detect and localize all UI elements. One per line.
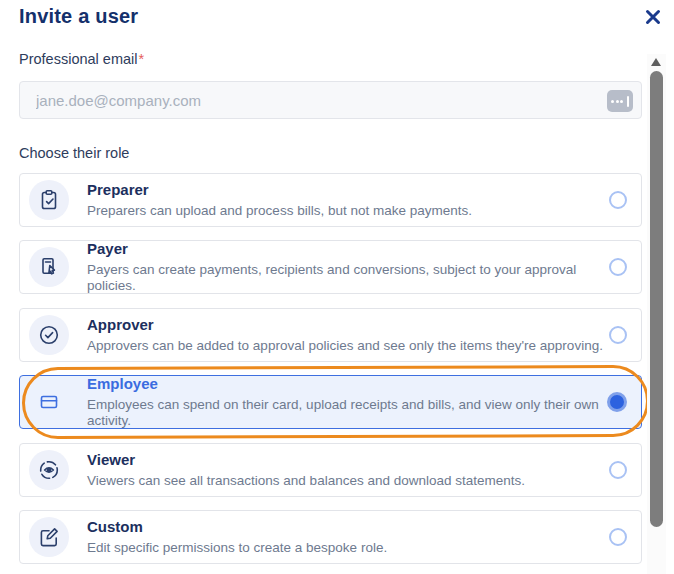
check-circle-icon: [37, 323, 61, 347]
hand-bill-icon: [37, 255, 61, 279]
role-name: Employee: [87, 375, 607, 394]
role-card-employee[interactable]: Employee Employees can spend on their ca…: [19, 375, 642, 429]
credit-card-icon: [37, 390, 61, 414]
email-field-label: Professional email*: [19, 51, 144, 67]
scrollbar-up-arrow-icon[interactable]: [651, 58, 661, 66]
role-name: Payer: [87, 240, 609, 259]
page-title: Invite a user: [19, 5, 138, 28]
role-text: Custom Edit specific permissions to crea…: [87, 518, 387, 556]
role-icon-circle: [29, 180, 69, 220]
role-text: Employee Employees can spend on their ca…: [87, 375, 607, 429]
role-card-custom[interactable]: Custom Edit specific permissions to crea…: [19, 510, 642, 564]
role-radio-custom[interactable]: [609, 528, 627, 546]
role-icon-circle: [29, 315, 69, 355]
role-radio-approver[interactable]: [609, 326, 627, 344]
role-name: Custom: [87, 518, 387, 537]
role-card-approver[interactable]: Approver Approvers can be added to appro…: [19, 308, 642, 362]
role-text: Viewer Viewers can see all transactions …: [87, 451, 525, 489]
role-radio-employee[interactable]: [607, 392, 627, 412]
roles-section-label: Choose their role: [19, 145, 129, 161]
role-text: Payer Payers can create payments, recipi…: [87, 240, 609, 294]
role-description: Approvers can be added to approval polic…: [87, 338, 603, 354]
autofill-dot: [611, 100, 614, 103]
role-text: Preparer Preparers can upload and proces…: [87, 181, 472, 219]
role-description: Edit specific permissions to create a be…: [87, 540, 387, 556]
role-name: Approver: [87, 316, 603, 335]
eye-icon: [37, 458, 61, 482]
role-description: Payers can create payments, recipients a…: [87, 262, 609, 294]
role-text: Approver Approvers can be added to appro…: [87, 316, 603, 354]
role-description: Employees can spend on their card, uploa…: [87, 397, 607, 429]
role-card-preparer[interactable]: Preparer Preparers can upload and proces…: [19, 173, 642, 227]
scrollbar-thumb[interactable]: [650, 71, 663, 527]
edit-icon: [37, 525, 61, 549]
invite-user-modal: Invite a user Professional email* Choose…: [0, 0, 674, 574]
autofill-dot: [620, 100, 623, 103]
role-description: Preparers can upload and process bills, …: [87, 203, 472, 219]
autofill-icon[interactable]: [607, 90, 633, 112]
role-description: Viewers can see all transactions and bal…: [87, 473, 525, 489]
role-icon-circle: [29, 517, 69, 557]
email-input[interactable]: [20, 82, 641, 118]
role-radio-payer[interactable]: [609, 258, 627, 276]
role-card-payer[interactable]: Payer Payers can create payments, recipi…: [19, 240, 642, 294]
autofill-cursor-bar: [627, 96, 629, 107]
required-marker: *: [138, 51, 144, 67]
email-field-container: [19, 81, 642, 119]
role-card-viewer[interactable]: Viewer Viewers can see all transactions …: [19, 443, 642, 497]
role-icon-circle: [29, 247, 69, 287]
role-radio-preparer[interactable]: [609, 191, 627, 209]
role-radio-viewer[interactable]: [609, 461, 627, 479]
email-field-label-text: Professional email: [19, 51, 137, 67]
role-name: Preparer: [87, 181, 472, 200]
clipboard-check-icon: [37, 188, 61, 212]
autofill-dot: [616, 100, 619, 103]
role-name: Viewer: [87, 451, 525, 470]
scrollbar-track[interactable]: [647, 54, 666, 574]
role-icon-circle: [29, 382, 69, 422]
role-icon-circle: [29, 450, 69, 490]
close-icon[interactable]: [643, 7, 663, 27]
